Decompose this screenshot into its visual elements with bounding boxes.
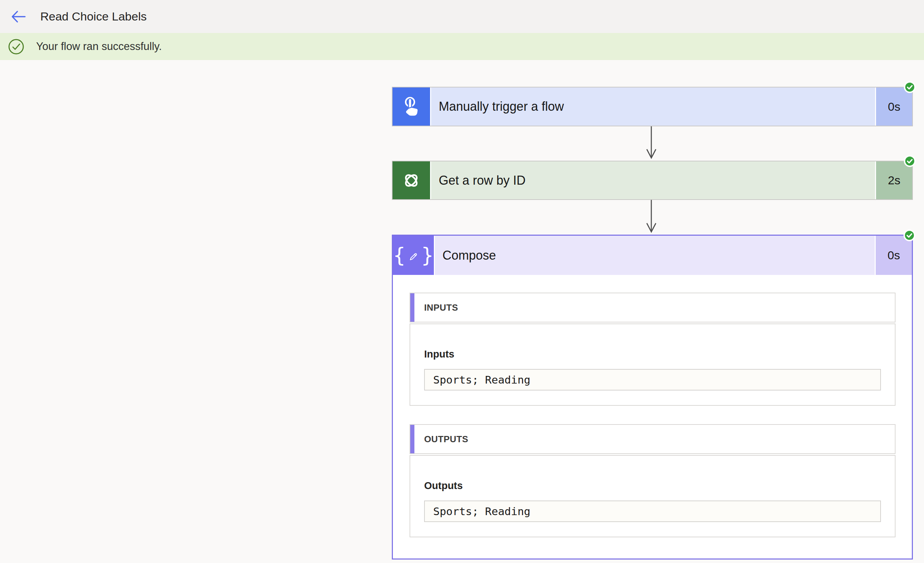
inputs-value: Sports; Reading (433, 373, 530, 386)
inputs-field-label: Inputs (424, 349, 881, 360)
connector-arrow (646, 200, 657, 235)
outputs-value: Sports; Reading (433, 505, 530, 518)
flow-node-compose: { } Compose 0s INPUTS (392, 235, 913, 560)
inputs-section-body: Inputs Sports; Reading (410, 323, 896, 406)
flow-node-manually-trigger[interactable]: Manually trigger a flow 0s (392, 87, 913, 126)
outputs-field-label: Outputs (424, 480, 881, 491)
node-title: Manually trigger a flow (439, 99, 564, 114)
inputs-section: INPUTS Inputs Sports; Reading (410, 293, 896, 406)
status-succeeded-badge (904, 155, 916, 167)
outputs-section: OUTPUTS Outputs Sports; Reading (410, 424, 896, 537)
success-check-icon (8, 39, 24, 55)
pencil-icon (406, 249, 420, 262)
inputs-section-header: INPUTS (410, 293, 896, 322)
outputs-section-header: OUTPUTS (410, 424, 896, 454)
banner-message: Your flow ran successfully. (36, 40, 162, 53)
compose-brace: } (421, 246, 434, 265)
dataverse-icon (393, 162, 430, 199)
connector-arrow (646, 126, 657, 161)
node-header: Compose (435, 236, 874, 275)
node-duration: 2s (876, 162, 912, 199)
status-succeeded-badge (904, 81, 916, 93)
node-duration: 0s (876, 236, 912, 275)
outputs-section-body: Outputs Sports; Reading (410, 455, 896, 537)
node-title: Compose (442, 248, 496, 263)
outputs-section-label: OUTPUTS (424, 434, 468, 445)
node-header: Manually trigger a flow (431, 87, 875, 126)
flow-canvas: Manually trigger a flow 0s Get a row by … (0, 60, 924, 563)
section-accent-bar (410, 425, 414, 453)
node-duration: 0s (876, 87, 912, 126)
inputs-value-box: Sports; Reading (424, 369, 881, 391)
section-accent-bar (410, 293, 414, 322)
manual-trigger-icon (393, 87, 430, 126)
outputs-value-box: Sports; Reading (424, 500, 881, 522)
back-button[interactable] (9, 8, 28, 25)
inputs-section-label: INPUTS (424, 302, 458, 313)
node-title: Get a row by ID (439, 173, 526, 188)
status-succeeded-badge (903, 229, 915, 241)
compose-brace: { (393, 246, 406, 265)
compose-icon: { } (393, 236, 434, 275)
back-arrow-icon (10, 10, 26, 24)
compose-card-header[interactable]: { } Compose 0s (393, 236, 912, 275)
success-banner: Your flow ran successfully. (0, 33, 924, 60)
flow-node-get-a-row-by-id[interactable]: Get a row by ID 2s (392, 161, 913, 200)
node-header: Get a row by ID (431, 162, 875, 199)
app-header: Read Choice Labels (0, 0, 924, 33)
compose-run-details: INPUTS Inputs Sports; Reading OUTPUTS Ou… (393, 275, 912, 537)
page-title: Read Choice Labels (40, 10, 147, 23)
